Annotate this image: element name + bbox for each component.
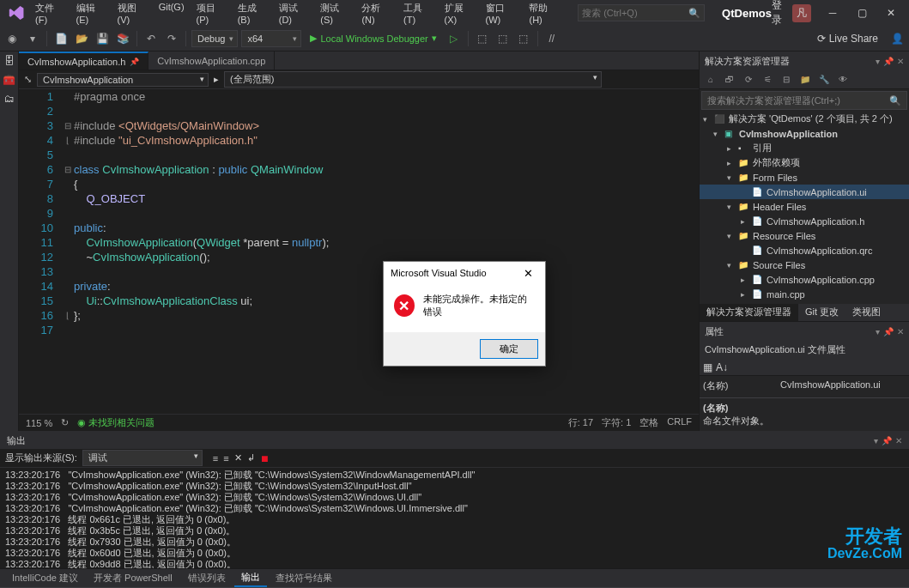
search-icon: 🔍 — [688, 8, 700, 19]
solution-search[interactable]: 搜索解决方案资源管理器(Ctrl+;) 🔍 — [701, 91, 907, 110]
menu-extensions[interactable]: 扩展(X) — [439, 0, 479, 28]
tab-intellicode[interactable]: IntelliCode 建议 — [5, 570, 85, 586]
close-button[interactable]: ✕ — [876, 0, 906, 26]
solution-toolbar: ⌂ 🗗 ⟳ ⚟ ⊟ 📁 🔧 👁 — [700, 70, 909, 89]
solution-explorer: 解决方案资源管理器 ▾📌✕ ⌂ 🗗 ⟳ ⚟ ⊟ 📁 🔧 👁 搜索解决方案资源管理… — [699, 52, 909, 431]
categorize-icon[interactable]: ▦ — [703, 361, 712, 373]
filter-icon[interactable]: ⚟ — [760, 72, 775, 88]
step-out-icon[interactable]: ⬚ — [515, 30, 532, 47]
menu-git[interactable]: Git(G) — [154, 0, 190, 28]
indent-indicator[interactable]: 空格 — [639, 416, 658, 429]
prop-name-row[interactable]: (名称)CvImshowApplication.ui — [703, 379, 906, 394]
dropdown-icon[interactable]: ▾ — [876, 57, 880, 66]
start-no-debug-icon[interactable]: ▷ — [445, 30, 463, 47]
menu-help[interactable]: 帮助(H) — [524, 0, 564, 28]
server-explorer-icon[interactable]: 🗄 — [4, 55, 15, 67]
start-debug-button[interactable]: ▶ Local Windows Debugger ▾ — [305, 33, 441, 44]
zoom-level[interactable]: 115 % — [26, 418, 52, 428]
tab-powershell[interactable]: 开发者 PowerShell — [87, 570, 179, 586]
nav-back-icon[interactable]: ◉ — [3, 30, 21, 47]
undo-icon[interactable]: ↶ — [142, 30, 160, 47]
output-prev-icon[interactable]: ≡ — [213, 453, 218, 464]
menu-project[interactable]: 项目(P) — [191, 0, 231, 28]
menu-file[interactable]: 文件(F) — [30, 0, 69, 28]
home-icon[interactable]: ⌂ — [703, 72, 718, 88]
tab-git-changes[interactable]: Git 更改 — [798, 304, 845, 321]
menu-window[interactable]: 窗口(W) — [481, 0, 523, 28]
collapse-icon[interactable]: ⊟ — [779, 72, 794, 88]
output-next-icon[interactable]: ≡ — [223, 453, 228, 464]
search-icon: 🔍 — [889, 95, 901, 106]
error-dialog: Microsoft Visual Studio ✕ ✕ 未能完成操作。未指定的错… — [383, 261, 546, 367]
platform-select[interactable]: x64 — [241, 30, 301, 47]
new-item-icon[interactable]: 📄 — [52, 30, 70, 47]
global-search[interactable]: 搜索 (Ctrl+Q) 🔍 — [578, 4, 705, 21]
tab-header-file[interactable]: CvImshowApplication.h📌 — [19, 52, 148, 70]
menu-debug[interactable]: 调试(D) — [274, 0, 314, 28]
tab-output[interactable]: 输出 — [234, 569, 267, 587]
menu-edit[interactable]: 编辑(E) — [71, 0, 111, 28]
vs-logo — [9, 4, 25, 21]
redo-icon[interactable]: ↷ — [163, 30, 180, 47]
tab-class-view[interactable]: 类视图 — [845, 304, 888, 321]
issues-indicator[interactable]: ◉ 未找到相关问题 — [77, 416, 155, 429]
line-indicator[interactable]: 行: 17 — [568, 416, 593, 429]
account-icon[interactable]: 👤 — [888, 30, 906, 47]
config-select[interactable]: Debug — [191, 30, 238, 47]
output-log[interactable]: 13:23:20:176 "CvImshowApplication.exe" (… — [0, 468, 909, 568]
avatar[interactable]: 凡 — [792, 4, 811, 22]
save-icon[interactable]: 💾 — [94, 30, 111, 47]
save-all-icon[interactable]: 📚 — [114, 30, 131, 47]
tab-cpp-file[interactable]: CvImshowApplication.cpp — [148, 52, 275, 70]
output-stop-icon[interactable]: ⏹ — [260, 453, 270, 464]
comment-icon[interactable]: // — [543, 30, 561, 47]
fold-gutter[interactable]: ⊟⌊⊟⌊ — [62, 89, 74, 414]
output-source-select[interactable]: 调试 — [82, 450, 203, 466]
tab-find-symbol[interactable]: 查找符号结果 — [269, 570, 339, 586]
properties-icon[interactable]: 🔧 — [816, 72, 832, 88]
dialog-close-button[interactable]: ✕ — [518, 267, 538, 280]
prop-object: CvImshowApplication.ui 文件属性 — [700, 341, 909, 359]
output-clear-icon[interactable]: ✕ — [234, 452, 242, 464]
close-panel-icon[interactable]: ✕ — [897, 57, 904, 66]
tab-error-list[interactable]: 错误列表 — [181, 570, 233, 586]
nav-file-icon[interactable]: ⤡ — [24, 74, 32, 85]
step-over-icon[interactable]: ⬚ — [474, 30, 491, 47]
show-all-icon[interactable]: 📁 — [797, 72, 813, 88]
menu-build[interactable]: 生成(B) — [233, 0, 272, 28]
nav-scope-select[interactable]: (全局范围) — [224, 71, 602, 88]
alpha-sort-icon[interactable]: A↓ — [716, 361, 728, 373]
nav-class-select[interactable]: CvImshowApplication — [37, 73, 209, 87]
pin-icon[interactable]: 📌 — [130, 58, 139, 66]
sync-icon[interactable]: ⟳ — [741, 72, 756, 88]
solution-tree[interactable]: ▾⬛解决方案 'QtDemos' (2 个项目, 共 2 个) ▾▣CvImsh… — [700, 112, 909, 304]
tab-solution-explorer[interactable]: 解决方案资源管理器 — [700, 304, 798, 321]
menu-tools[interactable]: 工具(T) — [398, 0, 437, 28]
preview-icon[interactable]: 👁 — [835, 72, 851, 88]
eol-indicator[interactable]: CRLF — [667, 416, 692, 429]
open-file-icon[interactable]: 📂 — [73, 30, 90, 47]
properties-panel: 属性 ▾📌✕ CvImshowApplication.ui 文件属性 ▦A↓ (… — [700, 321, 909, 431]
output-wrap-icon[interactable]: ↲ — [247, 452, 255, 464]
login-link[interactable]: 登录 — [772, 0, 785, 27]
watermark: 开发者DevZe.CoM — [827, 528, 902, 562]
menu-test[interactable]: 测试(S) — [315, 0, 355, 28]
pin-panel-icon[interactable]: 📌 — [883, 57, 894, 66]
liveshare-button[interactable]: ⟳ Live Share — [810, 33, 885, 45]
col-indicator[interactable]: 字符: 1 — [602, 416, 631, 429]
data-sources-icon[interactable]: 🗂 — [4, 93, 15, 105]
toolbox-icon[interactable]: 🧰 — [3, 74, 15, 86]
menu-analyze[interactable]: 分析(N) — [356, 0, 397, 28]
step-into-icon[interactable]: ⬚ — [494, 30, 512, 47]
refresh-icon[interactable]: ↻ — [61, 417, 69, 428]
dialog-ok-button[interactable]: 确定 — [480, 339, 538, 359]
menu-view[interactable]: 视图(V) — [112, 0, 152, 28]
maximize-button[interactable]: ▢ — [847, 0, 876, 26]
breadcrumb: ⤡ CvImshowApplication ▸ (全局范围) — [19, 70, 699, 89]
switch-view-icon[interactable]: 🗗 — [722, 72, 737, 88]
minimize-button[interactable]: ─ — [818, 0, 847, 26]
liveshare-icon: ⟳ — [817, 33, 826, 45]
code-editor[interactable]: 1234567891011121314151617 ⊟⌊⊟⌊ #pragma o… — [19, 89, 699, 414]
line-numbers: 1234567891011121314151617 — [19, 89, 62, 414]
dialog-titlebar[interactable]: Microsoft Visual Studio ✕ — [384, 262, 545, 284]
